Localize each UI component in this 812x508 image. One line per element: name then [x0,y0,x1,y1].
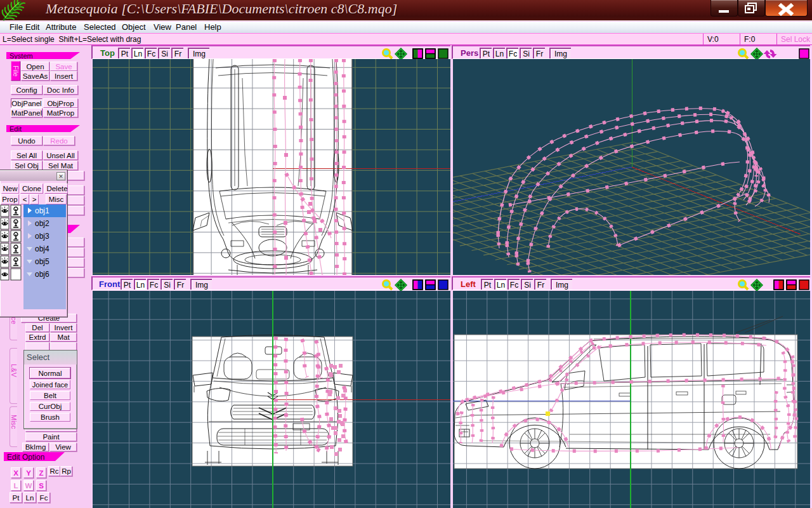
svg-text:obj4: obj4 [35,244,49,253]
svg-text:obj5: obj5 [35,257,49,266]
svg-text:obj1: obj1 [35,206,49,215]
svg-text:obj2: obj2 [35,219,49,228]
svg-text:obj3: obj3 [35,232,49,241]
svg-text:obj6: obj6 [35,270,49,279]
